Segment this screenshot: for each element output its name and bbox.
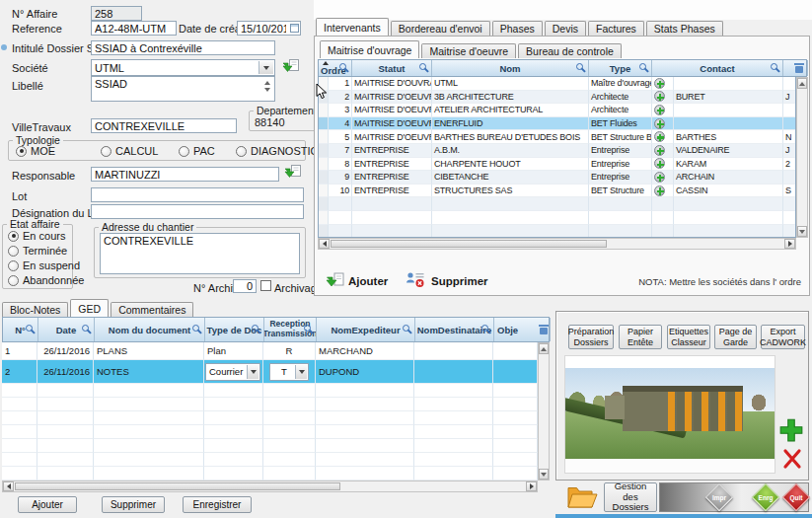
- intervenants-horizontal-scrollbar[interactable]: [318, 238, 796, 250]
- add-responsable-icon[interactable]: [284, 165, 301, 181]
- scroll-right-button[interactable]: [526, 481, 537, 491]
- search-icon[interactable]: [576, 63, 586, 73]
- search-icon[interactable]: [639, 63, 649, 73]
- search-icon[interactable]: [403, 325, 412, 334]
- search-icon[interactable]: [481, 325, 491, 334]
- dropdown-button[interactable]: [247, 365, 258, 379]
- etiquettes-classeur-button[interactable]: Etiquettes Classeur: [667, 325, 710, 349]
- radio-en-suspend[interactable]: En suspend: [8, 259, 80, 271]
- ged-row-1[interactable]: 1 26/11/2016 PLANS Plan R MARCHAND: [2, 342, 538, 360]
- col-type-doc[interactable]: Type de Doc: [205, 318, 264, 341]
- scroll-left-button[interactable]: [319, 239, 330, 249]
- table-row[interactable]: 8ENTREPRISECHARPENTE HOUOTEntrepriseKARA…: [319, 158, 795, 172]
- calendar-icon[interactable]: [290, 24, 299, 33]
- scroll-right-button[interactable]: [784, 239, 795, 249]
- tab-bloc-notes[interactable]: Bloc-Notes: [2, 302, 68, 317]
- subtab-bureau-controle[interactable]: Bureau de controle: [518, 43, 622, 58]
- designation-lot-field[interactable]: [91, 204, 304, 219]
- ged-ajouter-button[interactable]: Ajouter: [18, 496, 77, 513]
- add-contact-icon[interactable]: [652, 104, 674, 117]
- radio-terminee[interactable]: Terminée: [8, 245, 67, 257]
- search-icon[interactable]: [192, 325, 202, 334]
- supprimer-intervenant-icon[interactable]: [406, 271, 425, 290]
- radio-calcul[interactable]: CALCUL: [101, 145, 158, 157]
- table-row[interactable]: 7ENTREPRISEA.B.M.EntrepriseVALDENAIREJ: [319, 144, 795, 158]
- tab-devis[interactable]: Devis: [545, 21, 586, 36]
- imprimer-diamond-button[interactable]: Impr: [705, 483, 733, 511]
- radio-pac[interactable]: PAC: [179, 145, 215, 157]
- scroll-up-button[interactable]: [539, 343, 549, 354]
- add-contact-icon[interactable]: [652, 130, 674, 144]
- scroll-left-button[interactable]: [3, 481, 14, 491]
- tab-intervenants[interactable]: Intervenants: [316, 18, 389, 36]
- radio-abandonnee[interactable]: Abandonnée: [8, 274, 84, 286]
- table-row[interactable]: 9ENTREPRISECIBETANCHEEntrepriseARCHAIN: [319, 171, 795, 185]
- export-cadwork-button[interactable]: Export CADWORK: [761, 325, 805, 349]
- search-icon[interactable]: [339, 63, 349, 73]
- col-nom-document[interactable]: Nom du document: [95, 318, 205, 341]
- adresse-chantier-textarea[interactable]: CONTREXEVILLE: [100, 233, 300, 274]
- col-contact[interactable]: Contact: [652, 60, 783, 76]
- tab-stats-phases[interactable]: Stats Phases: [646, 21, 723, 36]
- tab-factures[interactable]: Factures: [588, 21, 644, 36]
- radio-diagnostic[interactable]: DIAGNOSTIC: [236, 145, 318, 157]
- scroll-up-button[interactable]: [797, 78, 807, 89]
- search-icon[interactable]: [26, 325, 36, 334]
- add-contact-icon[interactable]: [652, 91, 674, 105]
- delete-photo-icon[interactable]: [781, 448, 805, 472]
- ajouter-intervenant-label[interactable]: Ajouter: [348, 275, 388, 287]
- radio-moe[interactable]: MOE: [16, 145, 55, 157]
- col-nom[interactable]: Nom: [432, 60, 589, 76]
- supprimer-intervenant-label[interactable]: Supprimer: [431, 275, 488, 287]
- add-societe-icon[interactable]: [282, 59, 299, 75]
- scrollbar-thumb[interactable]: [15, 482, 340, 490]
- search-icon[interactable]: [771, 63, 780, 73]
- quitter-diamond-button[interactable]: Quit: [782, 483, 810, 511]
- ged-horizontal-scrollbar[interactable]: [2, 481, 538, 492]
- table-row[interactable]: 10ENTREPRISESTRUCTURES SASBET StructureC…: [319, 185, 795, 198]
- subtab-maitrise-oeuvre[interactable]: Maitrise d'oeuvre: [421, 43, 516, 58]
- tab-bordereau-envoi[interactable]: Bordereau d'envoi: [391, 21, 490, 36]
- search-icon[interactable]: [304, 325, 314, 334]
- add-contact-icon[interactable]: [652, 77, 674, 91]
- table-row[interactable]: 2MAITRISE D'OEUVRE3B ARCHITECTUREArchite…: [319, 91, 795, 105]
- n-archive-field[interactable]: [233, 279, 257, 293]
- libelle-textarea[interactable]: SSIAD: [91, 76, 275, 102]
- societe-dropdown-button[interactable]: [258, 61, 273, 74]
- ged-vertical-scrollbar[interactable]: [538, 342, 550, 481]
- trash-icon[interactable]: [795, 63, 803, 73]
- enregistrer-diamond-button[interactable]: Enrg: [752, 483, 779, 511]
- add-photo-icon[interactable]: [778, 417, 804, 443]
- subtab-maitrise-ouvrage[interactable]: Maitrise d'ouvrage: [320, 40, 419, 58]
- scroll-down-button[interactable]: [539, 469, 549, 480]
- type-doc-combobox[interactable]: Courrier: [205, 363, 260, 381]
- search-icon[interactable]: [82, 325, 92, 334]
- table-row[interactable]: 3MAITRISE D'OEUVREATELIER ARCHITECTURALA…: [319, 104, 795, 117]
- ajouter-intervenant-icon[interactable]: [326, 272, 344, 290]
- tab-ged[interactable]: GED: [70, 299, 109, 317]
- add-contact-icon[interactable]: [652, 171, 674, 185]
- folder-icon[interactable]: [565, 481, 599, 511]
- radio-en-cours[interactable]: En cours: [8, 230, 65, 242]
- col-num[interactable]: N°: [3, 318, 38, 341]
- table-row[interactable]: 1MAITRISE D'OUVRAGEUTMLMaître d'ouvrage …: [319, 77, 795, 91]
- add-contact-icon[interactable]: [652, 144, 674, 158]
- lot-field[interactable]: [91, 187, 304, 202]
- search-icon[interactable]: [419, 63, 429, 73]
- responsable-field[interactable]: [91, 167, 279, 182]
- col-nom-destinataire[interactable]: NomDestinataire: [415, 318, 494, 341]
- col-objet[interactable]: Obje: [494, 318, 551, 341]
- col-ordre[interactable]: Ordre: [319, 60, 352, 76]
- ged-enregistrer-button[interactable]: Enregistrer: [183, 496, 252, 513]
- trash-icon[interactable]: [540, 325, 548, 334]
- papier-entete-button[interactable]: Papier Entête: [619, 325, 662, 349]
- societe-combobox[interactable]: UTML: [91, 59, 275, 76]
- dropdown-button[interactable]: [295, 365, 307, 379]
- intitule-field[interactable]: [91, 40, 275, 55]
- col-statut[interactable]: Statut: [352, 60, 432, 76]
- archivage-checkbox[interactable]: [260, 280, 271, 293]
- table-row-selected[interactable]: 4MAITRISE D'OEUVREENERFLUIDBET Fluides: [319, 117, 795, 131]
- col-type[interactable]: Type: [589, 60, 652, 76]
- add-contact-icon[interactable]: [652, 185, 674, 198]
- col-reception-transmission[interactable]: ReceptionTransmission: [264, 318, 317, 341]
